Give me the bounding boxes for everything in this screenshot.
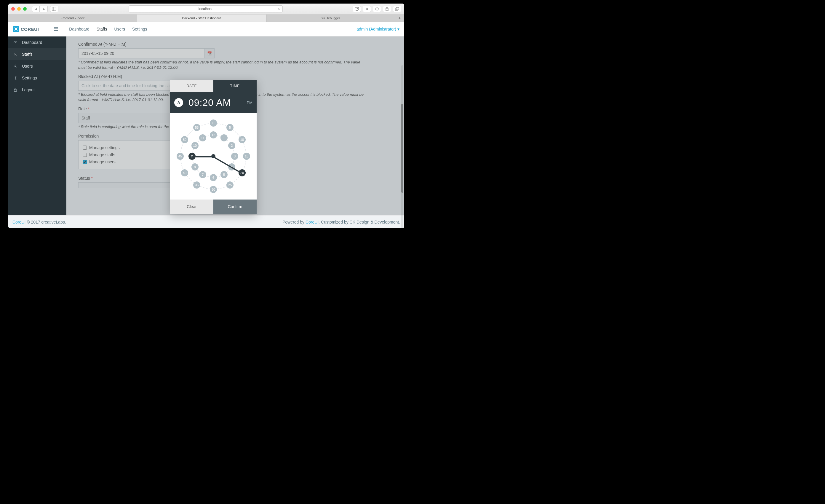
back-button[interactable]: ◀	[32, 6, 40, 12]
titlebar: ◀ ▶ localhost ↻ u ⓘ	[8, 4, 404, 14]
required-asterisk: *	[88, 106, 89, 111]
hour-node-11[interactable]: 11	[199, 134, 206, 141]
app-area: COREUI ☰ Dashboard Staffs Users Settings…	[8, 22, 404, 228]
sidebar-item-staffs[interactable]: Staffs	[8, 48, 66, 60]
footer-left: CoreUI © 2017 creativeLabs.	[12, 220, 66, 224]
hour-node-6[interactable]: 6	[210, 174, 217, 181]
brand[interactable]: COREUI	[13, 26, 39, 32]
sidebar-toggle-button[interactable]	[50, 6, 58, 12]
nav-settings[interactable]: Settings	[132, 27, 147, 31]
clear-button[interactable]: Clear	[170, 200, 213, 214]
min-node-30[interactable]: 30	[210, 186, 217, 193]
url-bar[interactable]: localhost ↻	[129, 5, 283, 12]
nav-dashboard[interactable]: Dashboard	[69, 27, 89, 31]
sidebar-item-users[interactable]: Users	[8, 60, 66, 72]
am-pill[interactable]: A	[174, 98, 183, 107]
min-node-45[interactable]: 45	[176, 153, 184, 160]
app-header: COREUI ☰ Dashboard Staffs Users Settings…	[8, 22, 404, 37]
perm-manage-staffs-checkbox[interactable]	[83, 153, 87, 157]
window-scrollbar[interactable]	[401, 65, 403, 228]
chevron-down-icon: ▾	[397, 27, 399, 31]
user-dropdown[interactable]: admin (Administrator) ▾	[357, 27, 399, 31]
tab-debugger[interactable]: Yii Debugger	[267, 14, 395, 22]
required-asterisk: *	[91, 176, 93, 181]
new-tab-button[interactable]: +	[395, 14, 404, 22]
gear-icon	[13, 76, 18, 80]
hour-node-3[interactable]: 3	[231, 153, 238, 160]
calendar-icon[interactable]: 📅	[205, 48, 215, 58]
picker-buttons: Clear Confirm	[170, 200, 256, 214]
hour-node-7[interactable]: 7	[199, 171, 206, 178]
picker-time-display: 09:20 AM	[189, 97, 231, 108]
pocket-button[interactable]	[353, 6, 361, 12]
min-node-10[interactable]: 10	[238, 136, 246, 143]
min-node-40[interactable]: 40	[181, 169, 188, 176]
svg-point-9	[15, 77, 16, 79]
brand-icon	[13, 26, 19, 32]
svg-rect-3	[395, 8, 398, 10]
forward-button[interactable]: ▶	[40, 6, 48, 12]
datetime-picker: DATE TIME A 09:20 AM PM 1212345678910110…	[170, 80, 256, 214]
tab-frontend[interactable]: Frontend - Index	[8, 14, 137, 22]
min-node-5[interactable]: 5	[226, 124, 233, 131]
minimize-window-button[interactable]	[17, 7, 21, 11]
svg-rect-4	[396, 7, 399, 10]
min-node-25[interactable]: 25	[226, 182, 233, 189]
footer-powered-link[interactable]: CoreUI	[305, 220, 318, 224]
hour-node-8[interactable]: 8	[192, 163, 199, 170]
min-node-50[interactable]: 50	[181, 136, 188, 143]
nav-staffs[interactable]: Staffs	[97, 27, 107, 31]
hour-node-1[interactable]: 1	[220, 134, 228, 141]
u-button[interactable]: u	[363, 6, 371, 12]
pm-label[interactable]: PM	[247, 100, 253, 105]
min-node-0[interactable]: 0	[210, 120, 217, 127]
speedometer-icon	[13, 40, 18, 45]
picker-tab-time[interactable]: TIME	[213, 80, 256, 92]
zoom-window-button[interactable]	[23, 7, 27, 11]
svg-point-8	[15, 65, 16, 66]
confirmed-input[interactable]: 2017-05-15 09:20	[78, 48, 205, 58]
min-node-55[interactable]: 55	[193, 124, 200, 131]
person-icon	[13, 52, 18, 57]
sidebar-item-logout[interactable]: Logout	[8, 84, 66, 96]
clock-wrap: 1212345678910110510152025303540455055	[170, 113, 256, 200]
hour-node-2[interactable]: 2	[228, 142, 235, 149]
close-window-button[interactable]	[11, 7, 15, 11]
nav-users[interactable]: Users	[114, 27, 125, 31]
tab-backend[interactable]: Backend - Staff Dashboard	[137, 14, 266, 22]
perm-manage-settings-checkbox[interactable]	[83, 146, 87, 150]
hour-node-12[interactable]: 12	[210, 131, 217, 138]
info-button[interactable]: ⓘ	[373, 6, 381, 12]
min-node-15[interactable]: 15	[243, 153, 250, 160]
toolbar-right: u ⓘ	[353, 6, 401, 12]
confirmed-hint: * Confirmed at field indicates the staff…	[78, 60, 369, 70]
clock-face[interactable]: 1212345678910110510152025303540455055	[175, 118, 252, 195]
brand-text: COREUI	[21, 27, 39, 32]
lock-icon	[13, 87, 18, 92]
svg-rect-10	[14, 89, 17, 91]
footer-brand-link[interactable]: CoreUI	[12, 220, 25, 224]
footer-right: Powered by CoreUI. Customized by CK Desi…	[282, 220, 400, 224]
hour-node-5[interactable]: 5	[220, 171, 228, 178]
blocked-label: Blocked At (Y-M-D H:M)	[78, 74, 392, 79]
menu-toggle-icon[interactable]: ☰	[54, 26, 58, 32]
clock-hand-hour	[192, 156, 213, 157]
person-icon	[13, 64, 18, 69]
hour-node-10[interactable]: 10	[192, 142, 199, 149]
picker-header: A 09:20 AM PM	[170, 92, 256, 113]
scrollbar-thumb[interactable]	[401, 104, 403, 193]
reload-icon[interactable]: ↻	[278, 7, 281, 11]
url-text: localhost	[199, 7, 213, 11]
traffic-lights	[11, 7, 27, 11]
picker-tab-date[interactable]: DATE	[170, 80, 213, 92]
sidebar-item-settings[interactable]: Settings	[8, 72, 66, 84]
sidebar-item-dashboard[interactable]: Dashboard	[8, 37, 66, 48]
perm-manage-users-checkbox[interactable]	[83, 160, 87, 164]
tabs-button[interactable]	[393, 6, 401, 12]
share-button[interactable]	[383, 6, 391, 12]
confirm-button[interactable]: Confirm	[213, 200, 256, 214]
top-nav: Dashboard Staffs Users Settings	[69, 27, 147, 31]
min-node-35[interactable]: 35	[193, 182, 200, 189]
picker-tabs: DATE TIME	[170, 80, 256, 92]
user-label: admin (Administrator)	[357, 27, 396, 31]
